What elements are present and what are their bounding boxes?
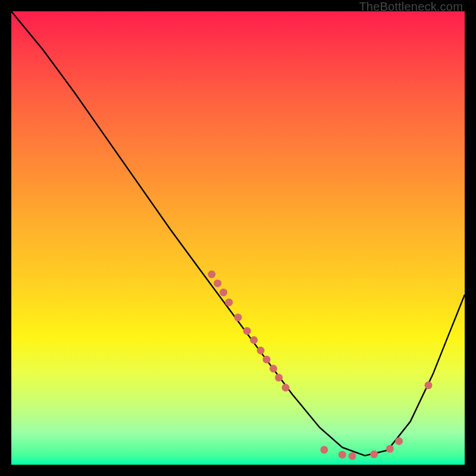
curve-marker (234, 314, 242, 321)
curve-marker (275, 374, 283, 381)
curve-marker (386, 445, 394, 453)
curve-marker (425, 381, 433, 389)
bottleneck-curve-plot (11, 11, 465, 465)
curve-marker (214, 280, 221, 287)
curve-marker (320, 446, 328, 453)
curve-marker (270, 365, 277, 372)
curve-marker (282, 384, 290, 392)
curve-marker (263, 356, 271, 364)
curve-marker (395, 437, 403, 445)
curve-markers (208, 271, 432, 461)
curve-marker (339, 451, 346, 459)
curve-marker (349, 452, 356, 460)
curve-marker (208, 271, 215, 278)
bottleneck-curve (11, 11, 465, 456)
curve-marker (250, 336, 258, 344)
curve-marker (257, 347, 265, 355)
curve-marker (370, 450, 378, 458)
curve-marker (243, 327, 251, 335)
attribution-text: TheBottleneck.com (359, 0, 463, 14)
curve-marker (225, 299, 233, 306)
chart-frame (10, 10, 466, 466)
curve-marker (220, 289, 227, 296)
